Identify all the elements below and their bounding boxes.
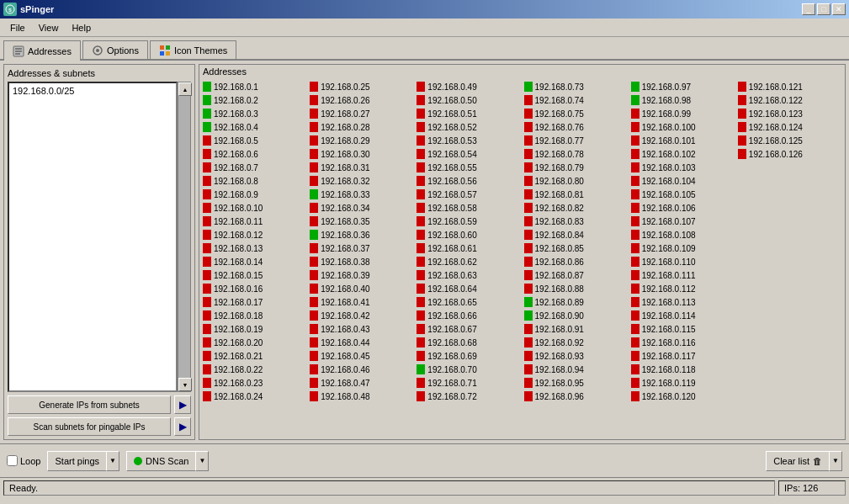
minimize-button[interactable]: _	[802, 3, 815, 15]
address-item[interactable]: 192.168.0.110	[629, 255, 736, 268]
address-item[interactable]: 192.168.0.1	[201, 80, 308, 93]
address-item[interactable]: 192.168.0.90	[523, 309, 629, 322]
address-item[interactable]: 192.168.0.66	[415, 309, 522, 322]
address-item[interactable]: 192.168.0.54	[415, 147, 522, 161]
address-item[interactable]: 192.168.0.101	[629, 134, 736, 147]
address-item[interactable]: 192.168.0.80	[523, 174, 629, 188]
address-item[interactable]: 192.168.0.29	[308, 134, 415, 147]
close-button[interactable]: ✕	[832, 3, 846, 15]
start-pings-button[interactable]: Start pings	[47, 451, 106, 471]
address-item[interactable]: 192.168.0.123	[736, 107, 843, 120]
address-item[interactable]: 192.168.0.104	[629, 174, 736, 188]
menu-view[interactable]: View	[32, 21, 66, 34]
address-item[interactable]: 192.168.0.119	[629, 376, 736, 390]
address-item[interactable]: 192.168.0.73	[523, 80, 629, 93]
scan-subnets-arrow[interactable]: ▶	[174, 417, 191, 436]
address-item[interactable]: 192.168.0.24	[201, 390, 308, 403]
address-item[interactable]: 192.168.0.45	[308, 349, 415, 363]
address-item[interactable]: 192.168.0.94	[523, 363, 629, 376]
address-item[interactable]: 192.168.0.114	[629, 309, 736, 322]
address-item[interactable]: 192.168.0.17	[201, 295, 308, 309]
subnet-listbox[interactable]: 192.168.0.0/25	[8, 82, 178, 392]
address-item[interactable]: 192.168.0.74	[523, 93, 629, 107]
address-item[interactable]: 192.168.0.113	[629, 295, 736, 309]
tab-addresses[interactable]: Addresses	[3, 40, 81, 61]
address-item[interactable]: 192.168.0.107	[629, 215, 736, 228]
address-item[interactable]: 192.168.0.13	[201, 241, 308, 255]
address-item[interactable]: 192.168.0.18	[201, 309, 308, 322]
address-item[interactable]: 192.168.0.63	[415, 268, 522, 282]
tab-icon-themes[interactable]: Icon Themes	[150, 40, 236, 59]
maximize-button[interactable]: □	[817, 3, 830, 15]
scrollbar-down-button[interactable]: ▼	[178, 378, 192, 391]
address-item[interactable]: 192.168.0.64	[415, 282, 522, 295]
address-item[interactable]: 192.168.0.82	[523, 201, 629, 215]
address-item[interactable]: 192.168.0.58	[415, 201, 522, 215]
address-item[interactable]: 192.168.0.31	[308, 161, 415, 174]
address-item[interactable]: 192.168.0.118	[629, 363, 736, 376]
address-item[interactable]: 192.168.0.121	[736, 80, 843, 93]
address-item[interactable]: 192.168.0.75	[523, 107, 629, 120]
address-item[interactable]: 192.168.0.10	[201, 201, 308, 215]
menu-file[interactable]: File	[3, 21, 32, 34]
address-item[interactable]: 192.168.0.109	[629, 241, 736, 255]
address-item[interactable]: 192.168.0.15	[201, 268, 308, 282]
address-item[interactable]: 192.168.0.77	[523, 134, 629, 147]
scan-subnets-button[interactable]: Scan subnets for pingable IPs	[8, 417, 171, 436]
clear-list-button[interactable]: Clear list 🗑	[766, 451, 829, 471]
address-item[interactable]: 192.168.0.14	[201, 255, 308, 268]
address-item[interactable]: 192.168.0.44	[308, 336, 415, 349]
address-item[interactable]: 192.168.0.88	[523, 282, 629, 295]
loop-checkbox-label[interactable]: Loop	[7, 455, 40, 466]
address-item[interactable]: 192.168.0.9	[201, 188, 308, 201]
menu-help[interactable]: Help	[65, 21, 98, 34]
address-item[interactable]: 192.168.0.65	[415, 295, 522, 309]
address-item[interactable]: 192.168.0.39	[308, 268, 415, 282]
address-item[interactable]: 192.168.0.48	[308, 390, 415, 403]
address-item[interactable]: 192.168.0.50	[415, 93, 522, 107]
address-item[interactable]: 192.168.0.30	[308, 147, 415, 161]
address-item[interactable]: 192.168.0.41	[308, 295, 415, 309]
address-item[interactable]: 192.168.0.117	[629, 349, 736, 363]
address-item[interactable]: 192.168.0.56	[415, 174, 522, 188]
address-item[interactable]: 192.168.0.68	[415, 336, 522, 349]
address-item[interactable]: 192.168.0.72	[415, 390, 522, 403]
address-item[interactable]: 192.168.0.103	[629, 161, 736, 174]
address-item[interactable]: 192.168.0.70	[415, 363, 522, 376]
address-item[interactable]: 192.168.0.100	[629, 120, 736, 134]
loop-checkbox[interactable]	[7, 455, 18, 466]
address-item[interactable]: 192.168.0.36	[308, 228, 415, 241]
address-item[interactable]: 192.168.0.95	[523, 376, 629, 390]
address-item[interactable]: 192.168.0.92	[523, 336, 629, 349]
address-item[interactable]: 192.168.0.111	[629, 268, 736, 282]
address-item[interactable]: 192.168.0.53	[415, 134, 522, 147]
address-item[interactable]: 192.168.0.27	[308, 107, 415, 120]
address-item[interactable]: 192.168.0.40	[308, 282, 415, 295]
address-item[interactable]: 192.168.0.79	[523, 161, 629, 174]
address-item[interactable]: 192.168.0.106	[629, 201, 736, 215]
address-item[interactable]: 192.168.0.6	[201, 147, 308, 161]
address-item[interactable]: 192.168.0.89	[523, 295, 629, 309]
address-item[interactable]: 192.168.0.52	[415, 120, 522, 134]
address-item[interactable]: 192.168.0.19	[201, 322, 308, 336]
address-item[interactable]: 192.168.0.57	[415, 188, 522, 201]
scrollbar-up-button[interactable]: ▲	[178, 82, 192, 96]
address-item[interactable]: 192.168.0.84	[523, 228, 629, 241]
address-item[interactable]: 192.168.0.62	[415, 255, 522, 268]
address-item[interactable]: 192.168.0.34	[308, 201, 415, 215]
address-item[interactable]: 192.168.0.20	[201, 336, 308, 349]
address-item[interactable]: 192.168.0.7	[201, 161, 308, 174]
address-item[interactable]: 192.168.0.26	[308, 93, 415, 107]
address-item[interactable]: 192.168.0.2	[201, 93, 308, 107]
address-item[interactable]: 192.168.0.38	[308, 255, 415, 268]
address-item[interactable]: 192.168.0.12	[201, 228, 308, 241]
address-item[interactable]: 192.168.0.126	[736, 147, 843, 161]
start-pings-dropdown[interactable]: ▼	[106, 451, 119, 471]
address-item[interactable]: 192.168.0.28	[308, 120, 415, 134]
address-item[interactable]: 192.168.0.5	[201, 134, 308, 147]
address-item[interactable]: 192.168.0.112	[629, 282, 736, 295]
address-item[interactable]: 192.168.0.21	[201, 349, 308, 363]
address-item[interactable]: 192.168.0.33	[308, 188, 415, 201]
address-item[interactable]: 192.168.0.59	[415, 215, 522, 228]
address-item[interactable]: 192.168.0.8	[201, 174, 308, 188]
